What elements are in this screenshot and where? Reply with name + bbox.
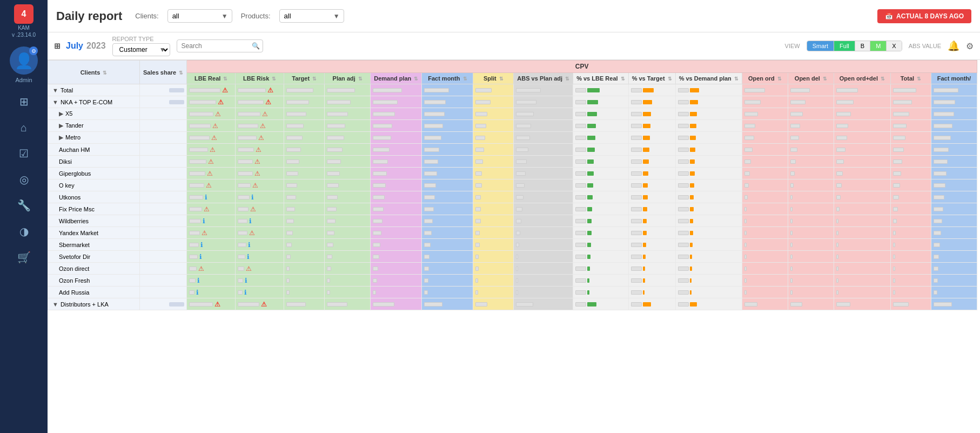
row-plan-adj <box>325 275 371 287</box>
sidebar-item-tools[interactable]: 🔧 <box>10 194 38 217</box>
expand-arrow[interactable]: ▶ <box>59 110 63 117</box>
row-abs <box>514 132 573 144</box>
row-abs <box>514 298 573 310</box>
th-lbe-real: LBE Real ⇅ <box>187 73 236 84</box>
row-plan-adj <box>325 227 371 239</box>
view-btn-m[interactable]: M <box>870 41 887 51</box>
warning-icon: ⚠ <box>261 301 267 308</box>
sidebar-item-target[interactable]: ◎ <box>10 168 38 191</box>
row-open-ord <box>742 298 788 310</box>
row-open-ord <box>742 203 788 215</box>
row-target <box>284 298 325 310</box>
row-pct-demand <box>675 179 742 191</box>
warning-icon: ⚠ <box>215 110 221 118</box>
row-abs <box>514 215 573 227</box>
row-pct-demand <box>675 120 742 132</box>
row-fact-m <box>931 179 977 191</box>
sidebar-item-home[interactable]: ⌂ <box>10 116 38 139</box>
row-open-ord-del <box>834 156 890 168</box>
th-abs: ABS vs Plan adj ⇅ <box>514 73 573 84</box>
row-pct-demand <box>675 168 742 179</box>
row-total-col <box>890 298 931 310</box>
view-btn-smart[interactable]: Smart <box>807 41 834 51</box>
row-open-del <box>788 179 834 191</box>
sidebar-item-dashboard[interactable]: ⊞ <box>10 90 38 114</box>
th-pct-demand: % vs Demand plan ⇅ <box>675 73 742 84</box>
row-split <box>473 144 514 156</box>
row-pct-demand <box>675 263 742 275</box>
sort-clients[interactable]: ⇅ <box>103 70 107 76</box>
sidebar-item-charts[interactable]: ◑ <box>10 219 38 243</box>
row-name: ▼Total <box>48 84 140 96</box>
info-icon: ℹ <box>197 277 200 284</box>
row-pct-lbe <box>573 144 628 156</box>
search-container[interactable]: 🔍 <box>177 39 263 52</box>
row-fact-month <box>422 132 473 144</box>
row-abs <box>514 191 573 203</box>
row-pct-target <box>628 215 675 227</box>
sort-sales[interactable]: ⇅ <box>179 70 183 76</box>
expand-arrow[interactable]: ▼ <box>52 301 58 308</box>
th-open-del: Open del ⇅ <box>788 73 834 84</box>
search-icon: 🔍 <box>252 42 260 50</box>
row-open-ord-del <box>834 227 890 239</box>
th-clients: Clients ⇅ <box>48 61 140 84</box>
report-type-select[interactable]: Customer Product <box>112 43 170 56</box>
sidebar-item-tasks[interactable]: ☑ <box>10 142 38 165</box>
view-btn-full[interactable]: Full <box>834 41 855 51</box>
table-container[interactable]: Clients ⇅ Sales share ⇅ CPV LBE Real ⇅ L… <box>48 60 980 433</box>
row-name: Giperglobus <box>48 168 140 179</box>
warning-icon: ⚠ <box>254 158 260 165</box>
warning-icon: ⚠ <box>258 134 264 142</box>
bell-icon[interactable]: 🔔 <box>948 40 959 52</box>
month-display: ⊞ July 2023 <box>54 41 106 51</box>
row-target <box>284 203 325 215</box>
row-pct-demand <box>675 132 742 144</box>
row-abs <box>514 168 573 179</box>
products-select-wrapper[interactable]: all ▼ <box>279 9 344 23</box>
row-pct-lbe <box>573 191 628 203</box>
row-pct-target <box>628 239 675 251</box>
clients-select-wrapper[interactable]: all ▼ <box>167 9 232 23</box>
row-fact-month <box>422 298 473 310</box>
warning-icon: ⚠ <box>214 301 220 308</box>
gear-icon[interactable]: ⚙ <box>29 46 38 55</box>
warning-icon: ⚠ <box>267 86 273 94</box>
clients-select[interactable]: all <box>167 9 232 23</box>
row-sales-share <box>140 108 187 120</box>
settings-icon[interactable]: ⚙ <box>966 41 974 51</box>
row-pct-target <box>628 120 675 132</box>
row-pct-target <box>628 275 675 287</box>
expand-arrow[interactable]: ▶ <box>59 134 63 141</box>
report-type-select-wrapper[interactable]: Customer Product ▼ <box>112 43 170 56</box>
view-btn-x[interactable]: X <box>887 41 901 51</box>
row-open-del <box>788 263 834 275</box>
expand-arrow[interactable]: ▶ <box>59 122 63 129</box>
row-demand-plan <box>371 251 422 263</box>
row-split <box>473 168 514 179</box>
row-pct-demand <box>675 108 742 120</box>
row-target <box>284 120 325 132</box>
row-split <box>473 203 514 215</box>
sidebar-item-cart[interactable]: 🛒 <box>10 245 38 269</box>
row-pct-target <box>628 84 675 96</box>
calendar-icon: 📅 <box>885 12 893 20</box>
search-input[interactable] <box>177 39 263 52</box>
row-plan-adj <box>325 84 371 96</box>
view-btn-b[interactable]: B <box>855 41 870 51</box>
row-fact-month <box>422 275 473 287</box>
expand-arrow[interactable]: ▼ <box>52 87 58 94</box>
row-target <box>284 108 325 120</box>
row-fact-month <box>422 239 473 251</box>
warning-icon: ⚠ <box>265 98 271 106</box>
row-lbe-real: ⚠ <box>187 179 236 191</box>
row-open-ord-del <box>834 215 890 227</box>
row-abs <box>514 203 573 215</box>
products-select[interactable]: all <box>279 9 344 23</box>
row-total-col <box>890 132 931 144</box>
expand-arrow[interactable]: ▼ <box>52 99 58 105</box>
row-total-col <box>890 287 931 298</box>
row-pct-lbe <box>573 132 628 144</box>
row-name: Utkonos <box>48 191 140 203</box>
row-plan-adj <box>325 168 371 179</box>
